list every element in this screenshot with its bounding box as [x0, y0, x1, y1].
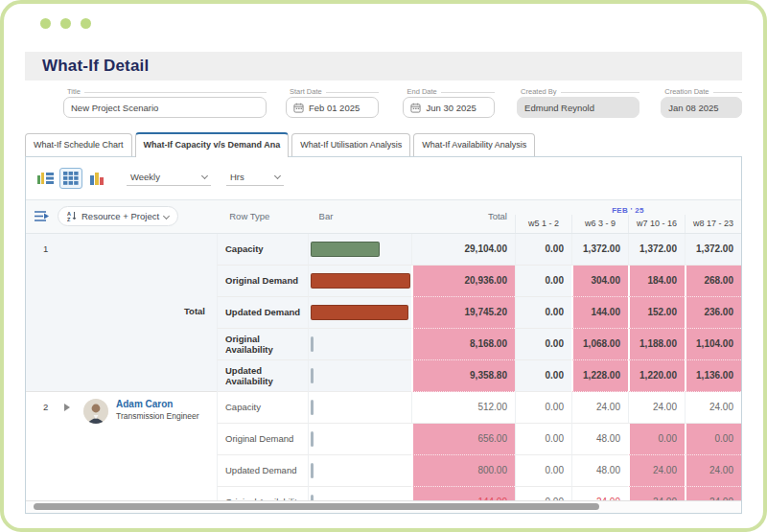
detail-form: Title Start Date End Date Created By [4, 86, 763, 125]
expand-all-icon[interactable] [34, 210, 50, 222]
week-cell: 268.00 [685, 266, 741, 297]
resource-info: Adam CaronTransmission Engineer [116, 399, 199, 421]
page-title: What-If Detail [42, 57, 149, 76]
week-cell: 1,136.00 [685, 360, 741, 392]
tab-availability-analysis[interactable]: What-If Availability Analysis [413, 133, 535, 156]
week-cell: 24.00 [685, 455, 741, 487]
month-group-header: FEB ' 25 [515, 200, 741, 215]
week-cell: 24.00 [685, 392, 741, 424]
week-cell: 0.00 [515, 360, 571, 392]
app-window: What-If Detail Title Start Date End Date… [0, 0, 767, 532]
week-cell: 144.00 [571, 297, 628, 329]
bar-cell [308, 266, 411, 297]
week-cell: 48.00 [571, 424, 628, 455]
column-header-total: Total [413, 200, 515, 233]
total-cell: 656.00 [411, 424, 515, 455]
week-cell: 24.00 [628, 487, 685, 500]
column-header-week: w6 3 - 9 [571, 215, 628, 233]
week-cell: 1,228.00 [571, 360, 628, 392]
grid-group: 2Adam CaronTransmission EngineerCapacity… [26, 392, 741, 500]
calendar-icon[interactable] [293, 103, 304, 113]
calendar-icon[interactable] [410, 103, 421, 113]
sort-az-icon: AZ [67, 211, 77, 221]
group-by-select[interactable]: AZ Resource + Project [58, 206, 178, 226]
resource-name-link[interactable]: Adam Caron [116, 399, 199, 409]
expand-arrow-icon[interactable] [64, 404, 70, 411]
demand-bar [311, 305, 408, 320]
bar-cell [308, 487, 411, 500]
bar-cell [308, 234, 411, 266]
group-rows: Capacity512.000.0024.0024.0024.00Origina… [217, 392, 741, 500]
row-number: 1 [43, 243, 48, 254]
start-date-input[interactable] [309, 103, 372, 113]
start-date-label: Start Date [286, 86, 380, 97]
title-label: Title [63, 86, 267, 97]
end-date-field: End Date [403, 86, 495, 125]
week-cell: 1,104.00 [685, 329, 741, 360]
week-cell: 0.00 [515, 424, 571, 455]
bar-chart-view-icon[interactable] [85, 168, 108, 189]
window-dot-icon[interactable] [60, 18, 71, 29]
grid-row: Updated Demand800.000.0048.0024.0024.00 [217, 455, 741, 487]
resource-role: Transmission Engineer [116, 411, 199, 421]
creation-date-field: Creation Date [661, 86, 742, 125]
demand-bar [311, 273, 410, 289]
capacity-bar [311, 242, 380, 257]
grid-row: Original Demand20,936.000.00304.00184.00… [217, 266, 741, 297]
tab-utilisation-analysis[interactable]: What-If Utilisation Analysis [291, 133, 410, 156]
total-cell: -144.00 [411, 487, 515, 500]
horizontal-scrollbar[interactable] [26, 500, 741, 513]
row-type-label: Capacity [217, 392, 308, 424]
title-input[interactable] [71, 103, 259, 113]
column-header-week: w7 10 - 16 [628, 215, 685, 233]
week-cell: 304.00 [571, 266, 628, 297]
week-cell: 1,372.00 [685, 234, 741, 266]
week-cell: 0.00 [515, 234, 571, 266]
start-date-field: Start Date [286, 86, 380, 125]
group-by-value: Resource + Project [81, 211, 159, 221]
week-cell: 0.00 [628, 424, 685, 455]
grid-group: 1TotalCapacity29,104.000.001,372.001,372… [26, 234, 741, 392]
week-cell: 0.00 [515, 266, 571, 297]
week-cell: 152.00 [628, 297, 685, 329]
grid-view-icon[interactable] [59, 168, 82, 189]
column-header-bar: Bar [312, 200, 413, 233]
week-cell: 1,188.00 [628, 329, 685, 360]
week-cell: 0.00 [515, 297, 571, 329]
row-type-label: Updated Availability [217, 360, 308, 392]
row-type-label: Original Availability [217, 487, 308, 500]
week-cell: -24.00 [571, 487, 628, 500]
title-field: Title [63, 86, 267, 125]
end-date-input[interactable] [426, 103, 487, 113]
resource-avatar [83, 399, 108, 424]
period-select-value: Weekly [130, 172, 160, 182]
window-dot-icon[interactable] [81, 18, 91, 29]
created-by-label: Created By [517, 86, 639, 97]
total-cell: 800.00 [411, 455, 515, 487]
window-dot-icon[interactable] [40, 18, 51, 29]
grid-row: Original Availability-144.000.00-24.0024… [217, 487, 741, 500]
row-type-label: Updated Demand [217, 297, 308, 329]
week-cell: 1,372.00 [571, 234, 628, 266]
creation-date-label: Creation Date [661, 86, 742, 97]
creation-date-input [668, 103, 734, 113]
tab-schedule-chart[interactable]: What-If Schedule Chart [25, 133, 132, 156]
group-total-label: Total [184, 306, 205, 316]
week-cell: 184.00 [628, 266, 685, 297]
created-by-input [524, 103, 632, 113]
week-cell: 1,220.00 [628, 360, 685, 392]
grid-row: Updated Availability9,358.800.001,228.00… [217, 360, 741, 392]
scrollbar-thumb[interactable] [34, 503, 599, 510]
tab-capacity-vs-demand[interactable]: What-If Capacity v/s Demand Ana [135, 132, 290, 157]
period-select[interactable]: Weekly [127, 170, 211, 186]
row-number: 2 [43, 402, 48, 412]
unit-select[interactable]: Hrs [226, 170, 284, 186]
week-cell: 24.00 [628, 392, 685, 424]
week-cell: 0.00 [515, 487, 571, 500]
group-resource-cell: 2Adam CaronTransmission Engineer [26, 392, 217, 500]
week-cell: 236.00 [685, 297, 741, 329]
svg-text:Z: Z [67, 217, 71, 221]
chevron-down-icon [201, 173, 208, 179]
column-header-week: w5 1 - 2 [515, 215, 571, 233]
chart-grid-view-icon[interactable] [34, 168, 57, 189]
